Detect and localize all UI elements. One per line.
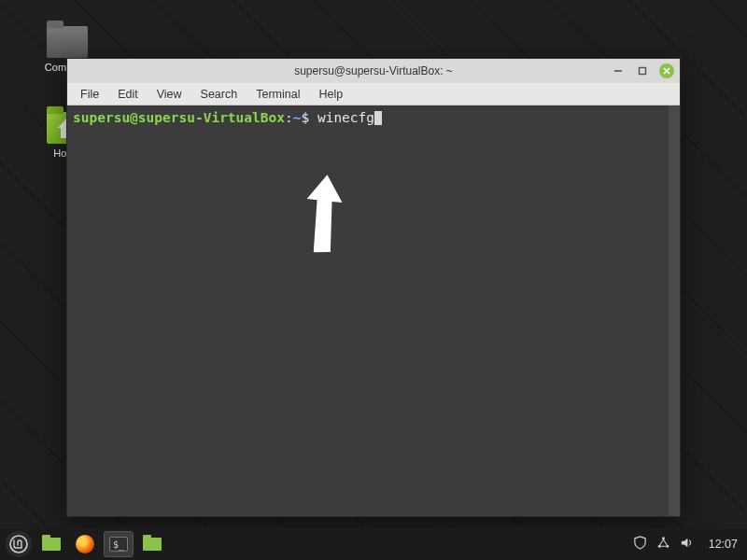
- menu-edit[interactable]: Edit: [110, 85, 146, 104]
- scrollbar[interactable]: [669, 105, 680, 516]
- svg-point-6: [658, 545, 661, 548]
- menu-help[interactable]: Help: [311, 85, 350, 104]
- svg-point-7: [666, 545, 669, 548]
- terminal-content[interactable]: supersu@supersu-VirtualBox:~$ winecfg: [67, 105, 680, 516]
- menu-terminal[interactable]: Terminal: [248, 85, 307, 104]
- window-title: supersu@supersu-VirtualBox: ~: [67, 64, 680, 77]
- volume-icon[interactable]: [680, 536, 694, 553]
- prompt-user-host: supersu@supersu-VirtualBox: [73, 110, 285, 125]
- computer-icon: [47, 26, 88, 58]
- svg-rect-1: [640, 68, 646, 75]
- minimize-button[interactable]: [611, 63, 626, 78]
- terminal-icon: $_: [109, 537, 128, 552]
- mint-logo-icon: [9, 535, 28, 553]
- menu-search[interactable]: Search: [193, 85, 246, 104]
- taskbar-terminal-button[interactable]: $_: [105, 532, 133, 556]
- terminal-window[interactable]: supersu@supersu-VirtualBox: ~ File Edit …: [66, 58, 681, 517]
- prompt-separator: :: [285, 110, 293, 125]
- network-icon[interactable]: [656, 536, 670, 553]
- taskbar-files-button[interactable]: [37, 532, 65, 556]
- close-button[interactable]: [659, 63, 674, 78]
- terminal-line: supersu@supersu-VirtualBox:~$ winecfg: [73, 109, 674, 126]
- desktop-background: Computer Home supersu@supersu-VirtualBox…: [0, 0, 747, 560]
- shield-icon[interactable]: [633, 536, 647, 553]
- taskbar: $_ 12:07: [0, 528, 747, 560]
- folder-icon: [143, 538, 162, 551]
- taskbar-clock[interactable]: 12:07: [709, 538, 738, 551]
- typed-command: winecfg: [317, 110, 374, 125]
- svg-point-5: [662, 537, 665, 539]
- menu-file[interactable]: File: [73, 85, 106, 104]
- folder-icon: [42, 538, 61, 551]
- taskbar-firefox-button[interactable]: [71, 532, 99, 556]
- terminal-cursor-icon: [374, 111, 382, 125]
- system-tray: 12:07: [633, 536, 741, 553]
- menu-view[interactable]: View: [149, 85, 190, 104]
- maximize-button[interactable]: [635, 63, 650, 78]
- window-titlebar[interactable]: supersu@supersu-VirtualBox: ~: [67, 59, 680, 83]
- start-menu-button[interactable]: [6, 531, 32, 557]
- window-menubar: File Edit View Search Terminal Help: [67, 83, 680, 105]
- firefox-icon: [76, 535, 94, 553]
- annotation-arrow-icon: [300, 173, 346, 257]
- svg-point-4: [10, 536, 27, 553]
- taskbar-files2-button[interactable]: [138, 532, 166, 556]
- prompt-symbol: $: [301, 110, 309, 125]
